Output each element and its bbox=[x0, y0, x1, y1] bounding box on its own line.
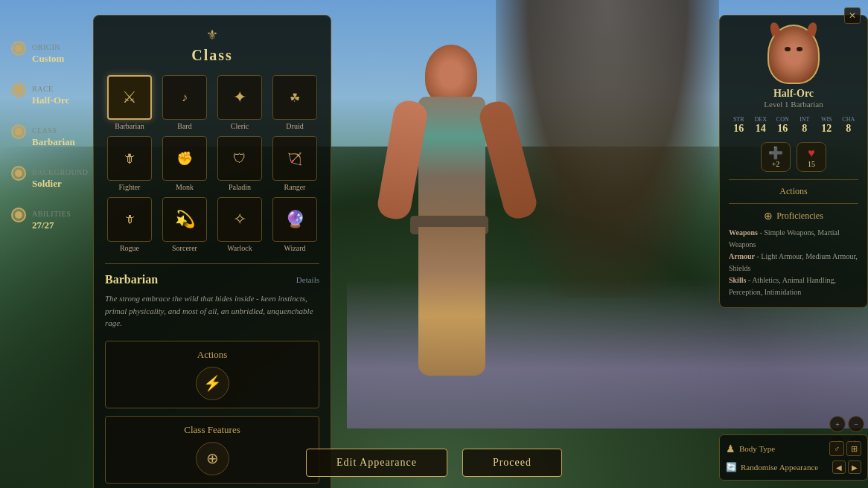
sidebar-item-class[interactable]: Class Barbarian bbox=[7, 121, 89, 150]
class-value: Barbarian bbox=[32, 136, 75, 148]
fighter-label: Fighter bbox=[119, 183, 141, 191]
character-name: Half-Orc bbox=[729, 88, 858, 100]
bard-icon-wrap: ♪ bbox=[162, 75, 207, 120]
bottom-right-controls: ♟ Body Type ♂ ⊞ 🔄 Randomise Appearance ◀… bbox=[719, 434, 868, 481]
warlock-label: Warlock bbox=[227, 244, 252, 252]
class-grid: ⚔ Barbarian ♪ Bard ✦ Cleric ☘ Druid 🗡 bbox=[105, 75, 319, 252]
class-panel: ⚜ Class ⚔ Barbarian ♪ Bard ✦ Cleric ☘ D bbox=[93, 15, 331, 488]
orc-eye-left bbox=[785, 47, 791, 51]
randomise-row: 🔄 Randomise Appearance ◀ ▶ bbox=[726, 460, 861, 474]
class-item-fighter[interactable]: 🗡 Fighter bbox=[105, 136, 154, 191]
sidebar-item-race[interactable]: Race Half-Orc bbox=[7, 79, 89, 109]
race-check bbox=[11, 83, 26, 97]
druid-icon-wrap: ☘ bbox=[272, 75, 317, 120]
randomise-text[interactable]: Randomise Appearance bbox=[741, 463, 818, 472]
body-type-label: ♟ Body Type bbox=[726, 443, 775, 455]
background-check-inner bbox=[15, 170, 22, 177]
class-text: Class Barbarian bbox=[32, 123, 75, 148]
stat-cha-value: 8 bbox=[839, 123, 859, 135]
randomise-prev[interactable]: ◀ bbox=[832, 460, 846, 474]
warlock-icon-wrap: ✧ bbox=[217, 197, 262, 242]
abilities-check-inner bbox=[15, 211, 22, 219]
ranger-icon-wrap: 🏹 bbox=[272, 136, 317, 181]
ranger-icon: 🏹 bbox=[287, 152, 302, 166]
left-nav-panel: Origin Custom Race Half-Orc Class Barbar… bbox=[0, 30, 97, 253]
proficiencies-title-text: Proficiencies bbox=[776, 211, 823, 222]
randomise-next[interactable]: ▶ bbox=[848, 460, 861, 474]
stats-row: STR 16 DEX 14 CON 16 INT 8 WIS 12 CHA 8 bbox=[729, 116, 858, 135]
close-button[interactable]: ✕ bbox=[844, 7, 861, 24]
sorcerer-label: Sorcerer bbox=[172, 244, 197, 252]
class-item-barbarian[interactable]: ⚔ Barbarian bbox=[105, 75, 154, 130]
features-section: Class Features ⊕ bbox=[105, 416, 319, 484]
class-item-warlock[interactable]: ✧ Warlock bbox=[215, 197, 264, 252]
monk-icon-wrap: ✊ bbox=[162, 136, 207, 181]
monk-label: Monk bbox=[176, 183, 194, 191]
druid-label: Druid bbox=[286, 122, 303, 130]
stat-dex-label: DEX bbox=[751, 116, 771, 123]
randomise-label: 🔄 Randomise Appearance bbox=[726, 462, 818, 473]
proceed-button[interactable]: Proceed bbox=[462, 449, 562, 477]
class-item-rogue[interactable]: 🗡 Rogue bbox=[105, 197, 154, 252]
actions-section: Actions ⚡ bbox=[105, 341, 319, 408]
class-item-bard[interactable]: ♪ Bard bbox=[160, 75, 209, 130]
class-item-ranger[interactable]: 🏹 Ranger bbox=[270, 136, 319, 191]
action-icon-1[interactable]: ⚡ bbox=[196, 367, 229, 400]
class-description-area: Barbarian Details The strong embrace the… bbox=[105, 263, 319, 484]
actions-section-title: Actions bbox=[113, 349, 311, 361]
hp-bonus[interactable]: ♥ 15 bbox=[797, 142, 826, 172]
features-icons: ⊕ bbox=[113, 442, 311, 475]
sidebar-item-origin[interactable]: Origin Custom bbox=[7, 37, 89, 67]
character-stats-panel: Half-Orc Level 1 Barbarian STR 16 DEX 14… bbox=[719, 15, 868, 308]
class-item-wizard[interactable]: 🔮 Wizard bbox=[270, 197, 319, 252]
background-label: Background bbox=[32, 168, 89, 176]
stat-int-value: 8 bbox=[795, 123, 815, 135]
bottom-bar: Edit Appearance Proceed bbox=[306, 449, 562, 477]
camera-zoom-in[interactable]: + bbox=[829, 416, 846, 432]
skills-label: Skills bbox=[729, 276, 746, 284]
cleric-label: Cleric bbox=[231, 122, 249, 130]
character-head bbox=[425, 45, 477, 104]
feature-icon-1[interactable]: ⊕ bbox=[196, 442, 229, 475]
class-check bbox=[11, 124, 26, 139]
background-check bbox=[11, 166, 26, 181]
edit-appearance-button[interactable]: Edit Appearance bbox=[306, 449, 447, 477]
class-item-monk[interactable]: ✊ Monk bbox=[160, 136, 209, 191]
paladin-icon: 🛡 bbox=[233, 151, 246, 167]
race-value: Half-Orc bbox=[32, 94, 69, 106]
sorcerer-icon-wrap: 💫 bbox=[162, 197, 207, 242]
body-type-row: ♟ Body Type ♂ ⊞ bbox=[726, 441, 861, 456]
class-item-cleric[interactable]: ✦ Cleric bbox=[215, 75, 264, 130]
class-item-druid[interactable]: ☘ Druid bbox=[270, 75, 319, 130]
proficiency-bonus[interactable]: ➕ +2 bbox=[761, 142, 791, 172]
stat-cha-label: CHA bbox=[839, 116, 859, 123]
hp-value: 15 bbox=[808, 160, 815, 168]
hp-icon: ♥ bbox=[808, 147, 815, 160]
stat-int-label: INT bbox=[795, 116, 815, 123]
orc-ear-left bbox=[769, 22, 781, 36]
sidebar-item-background[interactable]: Background Soldier bbox=[7, 162, 89, 192]
race-text: Race Half-Orc bbox=[32, 81, 69, 106]
camera-zoom-out[interactable]: − bbox=[848, 416, 864, 432]
paladin-label: Paladin bbox=[229, 183, 251, 191]
origin-check bbox=[11, 41, 26, 56]
class-item-sorcerer[interactable]: 💫 Sorcerer bbox=[160, 197, 209, 252]
barbarian-icon-wrap: ⚔ bbox=[107, 75, 152, 120]
barbarian-icon: ⚔ bbox=[122, 88, 137, 107]
race-check-inner bbox=[15, 86, 22, 94]
class-details-link[interactable]: Details bbox=[296, 275, 319, 284]
class-item-paladin[interactable]: 🛡 Paladin bbox=[215, 136, 264, 191]
rage-icon: ⚡ bbox=[203, 374, 222, 392]
sidebar-item-abilities[interactable]: Abilities 27/27 bbox=[7, 204, 89, 234]
druid-icon: ☘ bbox=[290, 91, 300, 105]
stat-con-value: 16 bbox=[773, 123, 793, 135]
stat-str-value: 16 bbox=[729, 123, 749, 135]
stat-dex-value: 14 bbox=[751, 123, 771, 135]
orc-ear-right bbox=[806, 22, 818, 36]
character-torso bbox=[418, 97, 485, 231]
fighter-icon-wrap: 🗡 bbox=[107, 136, 152, 181]
class-label: Class bbox=[32, 126, 57, 135]
features-section-title: Class Features bbox=[113, 424, 311, 436]
body-type-icon: ♟ bbox=[726, 443, 735, 455]
wizard-label: Wizard bbox=[284, 244, 305, 252]
